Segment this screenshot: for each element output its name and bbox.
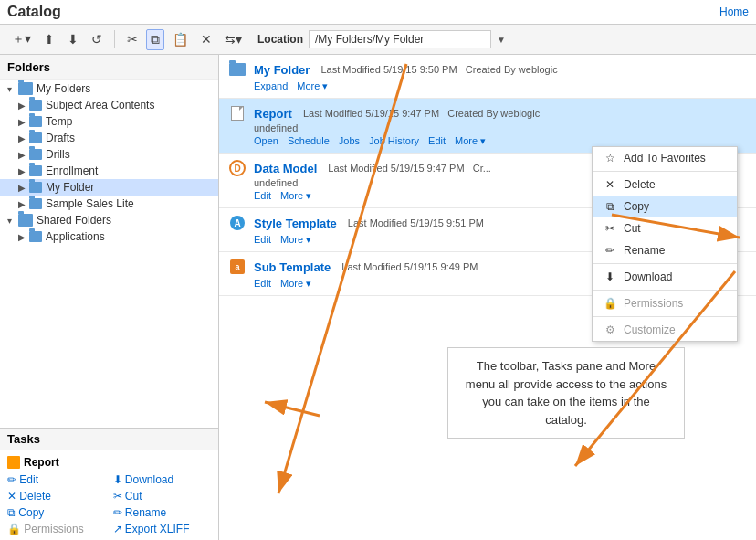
cm-add-favorites[interactable]: ☆ Add To Favorites: [593, 147, 737, 169]
folder-icon: [29, 149, 42, 160]
tasks-delete[interactable]: ✕ Delete: [7, 489, 106, 503]
delete-button[interactable]: ✕: [196, 29, 216, 49]
edit-action[interactable]: Edit: [254, 234, 271, 246]
location-bar: Location /My Folders/My Folder ▼: [257, 30, 506, 48]
item-name[interactable]: Sub Template: [254, 260, 331, 274]
arrow-icon: ▶: [18, 117, 29, 127]
sidebar-item-applications[interactable]: ▶ Applications: [0, 228, 218, 245]
expand-action[interactable]: Expand: [254, 80, 288, 92]
item-name[interactable]: Data Model: [254, 162, 317, 175]
arrow-icon: ▾: [7, 216, 18, 226]
home-link[interactable]: Home: [719, 5, 749, 18]
download-toolbar-button[interactable]: ⬇: [63, 29, 83, 49]
cm-delete[interactable]: ✕ Delete: [593, 174, 737, 196]
cm-cut[interactable]: ✂ Cut: [593, 217, 737, 239]
sidebar-item-drafts[interactable]: ▶ Drafts: [0, 130, 218, 146]
arrow-icon: ▶: [18, 232, 29, 242]
cm-label: Add To Favorites: [624, 152, 706, 164]
tasks-export-xliff[interactable]: ↗ Export XLIFF: [113, 522, 212, 536]
sidebar-item-label: My Folders: [37, 82, 90, 95]
item-meta: Last Modified 5/19/15 9:47 PM Created By…: [303, 108, 540, 119]
open-action[interactable]: Open: [254, 135, 278, 147]
item-name[interactable]: My Folder: [254, 63, 310, 77]
edit-action[interactable]: Edit: [254, 278, 271, 290]
sidebar-item-my-folder[interactable]: ▶ My Folder: [0, 179, 218, 196]
new-button[interactable]: ＋▾: [7, 28, 36, 50]
arrow-icon: ▶: [18, 199, 29, 209]
schedule-action[interactable]: Schedule: [288, 135, 330, 147]
report-image: [231, 106, 244, 121]
tasks-report-name: Report: [7, 454, 211, 472]
sidebar-item-my-folders[interactable]: ▾ My Folders: [0, 80, 218, 97]
toolbar: ＋▾ ⬆ ⬇ ↺ ✂ ⧉ 📋 ✕ ⇆▾ Location /My Folders…: [0, 25, 756, 55]
item-subtext: undefined: [228, 122, 747, 133]
move-button[interactable]: ⇆▾: [220, 29, 247, 49]
tasks-copy[interactable]: ⧉ Copy: [7, 505, 106, 520]
tasks-edit[interactable]: ✏ Edit: [7, 472, 106, 487]
upload-button[interactable]: ⬆: [39, 29, 59, 49]
sidebar-item-label: Sample Sales Lite: [46, 197, 134, 210]
more-action[interactable]: More ▾: [280, 234, 311, 246]
sidebar-item-temp[interactable]: ▶ Temp: [0, 113, 218, 130]
cm-label: Permissions: [624, 297, 683, 310]
edit-action[interactable]: Edit: [254, 190, 271, 202]
tasks-rename[interactable]: ✏ Rename: [113, 505, 212, 520]
job-history-action[interactable]: Job History: [369, 135, 419, 147]
rename-icon: ✏: [604, 244, 616, 257]
delete-icon: ✕: [604, 178, 616, 191]
cut-button[interactable]: ✂: [122, 29, 142, 49]
folder-icon: [228, 60, 247, 79]
sidebar-item-shared-folders[interactable]: ▾ Shared Folders: [0, 212, 218, 228]
item-name[interactable]: Style Template: [254, 217, 337, 230]
report-icon: [7, 456, 20, 469]
copy-button[interactable]: ⧉: [146, 29, 164, 50]
cm-label: Rename: [624, 244, 665, 257]
item-meta: Last Modified 5/19/15 9:47 PM Cr...: [328, 163, 491, 174]
cm-label: Cut: [624, 222, 641, 235]
item-meta: Last Modified 5/19/15 9:50 PM Created By…: [320, 64, 557, 75]
cm-label: Copy: [624, 200, 649, 213]
jobs-action[interactable]: Jobs: [339, 135, 360, 147]
sidebar: Folders ▾ My Folders ▶ Subject Area Cont…: [0, 55, 219, 540]
cm-download[interactable]: ⬇ Download: [593, 266, 737, 288]
more-action[interactable]: More ▾: [297, 80, 328, 92]
sidebar-item-drills[interactable]: ▶ Drills: [0, 146, 218, 163]
edit-action[interactable]: Edit: [428, 135, 446, 147]
cm-rename[interactable]: ✏ Rename: [593, 239, 737, 261]
item-name[interactable]: Report: [254, 107, 292, 121]
lock-icon: 🔒: [604, 297, 616, 310]
location-path[interactable]: /My Folders/My Folder: [309, 30, 491, 48]
sub-template-icon: a: [228, 258, 247, 276]
data-model-icon: D: [228, 159, 247, 177]
tasks-cut[interactable]: ✂ Cut: [113, 489, 212, 503]
style-template-icon: A: [228, 214, 247, 232]
tasks-download[interactable]: ⬇ Download: [113, 472, 212, 487]
more-action[interactable]: More ▾: [280, 278, 311, 290]
more-action[interactable]: More ▾: [455, 135, 486, 147]
separator: [593, 290, 737, 291]
gear-icon: ⚙: [604, 323, 616, 336]
item-actions: Expand More ▾: [228, 80, 747, 92]
app-title: Catalog: [7, 4, 61, 20]
paste-button[interactable]: 📋: [168, 29, 193, 49]
folder-icon: [18, 82, 33, 95]
folder-icon: [29, 231, 42, 242]
sidebar-item-sample-sales[interactable]: ▶ Sample Sales Lite: [0, 196, 218, 212]
copy-icon: ⧉: [604, 200, 616, 213]
report-icon: [228, 104, 247, 122]
sidebar-item-subject-area[interactable]: ▶ Subject Area Contents: [0, 97, 218, 113]
data-model-image: D: [229, 160, 246, 176]
location-dropdown-icon[interactable]: ▼: [497, 35, 506, 45]
folder-icon: [29, 182, 42, 193]
sidebar-item-label: Applications: [46, 230, 105, 243]
sidebar-item-enrollment[interactable]: ▶ Enrollment: [0, 163, 218, 179]
more-action[interactable]: More ▾: [280, 190, 311, 202]
cm-copy[interactable]: ⧉ Copy: [593, 196, 737, 217]
folder-tree[interactable]: ▾ My Folders ▶ Subject Area Contents ▶ T…: [0, 80, 218, 428]
info-box: The toolbar, Tasks pane and More menu al…: [447, 347, 685, 439]
cm-permissions: 🔒 Permissions: [593, 292, 737, 314]
info-text: The toolbar, Tasks pane and More menu al…: [466, 359, 667, 427]
refresh-button[interactable]: ↺: [87, 29, 107, 49]
content-item-report: Report Last Modified 5/19/15 9:47 PM Cre…: [219, 99, 756, 154]
content-item-row: Report Last Modified 5/19/15 9:47 PM Cre…: [228, 104, 747, 122]
